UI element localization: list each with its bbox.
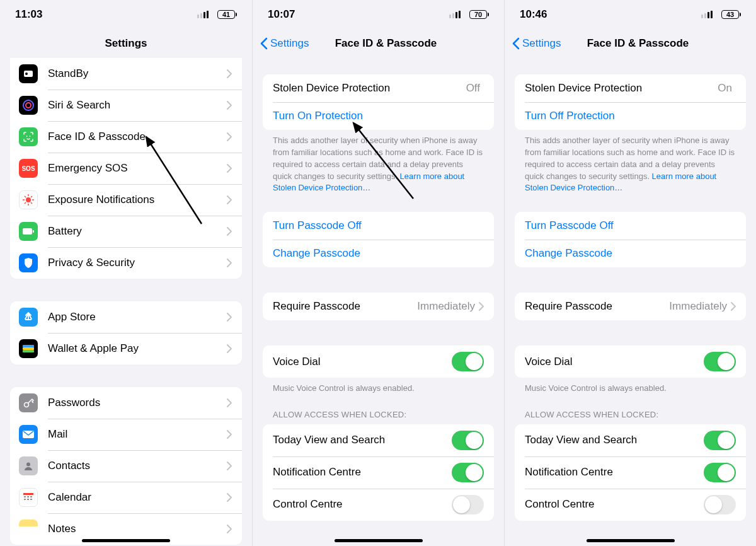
row-today-view[interactable]: Today View and Search — [515, 424, 746, 456]
row-label: Today View and Search — [273, 434, 452, 446]
phone-settings-root: 11:03 41 Settings StandBy Siri & Search — [0, 0, 252, 546]
voice-dial-footer: Music Voice Control is always enabled. — [263, 378, 494, 395]
control-centre-toggle[interactable] — [704, 495, 736, 514]
row-change-passcode[interactable]: Change Passcode — [515, 240, 746, 267]
row-notification-centre[interactable]: Notification Centre — [263, 456, 494, 489]
today-view-toggle[interactable] — [452, 431, 484, 450]
row-label: Passwords — [48, 397, 227, 409]
chevron-icon — [227, 398, 232, 407]
voice-dial-toggle[interactable] — [452, 352, 484, 371]
sdp-value: Off — [466, 82, 480, 95]
row-control-centre[interactable]: Control Centre — [263, 489, 494, 521]
row-mail[interactable]: Mail — [10, 419, 242, 450]
svg-point-6 — [26, 197, 31, 202]
row-voice-dial[interactable]: Voice Dial — [263, 346, 494, 378]
back-button[interactable]: Settings — [512, 37, 561, 50]
row-require-passcode[interactable]: Require Passcode Immediately — [263, 293, 494, 320]
row-standby[interactable]: StandBy — [10, 58, 242, 90]
row-sdp-status[interactable]: Stolen Device Protection On — [515, 74, 746, 102]
svg-point-2 — [23, 100, 33, 110]
chevron-icon — [227, 227, 232, 236]
home-indicator[interactable] — [587, 539, 675, 542]
notes-icon — [19, 520, 38, 538]
row-turn-passcode-off[interactable]: Turn Passcode Off — [515, 212, 746, 240]
row-label: Battery — [48, 225, 227, 238]
row-label: Privacy & Security — [48, 257, 227, 269]
chevron-icon — [227, 430, 232, 439]
row-require-passcode[interactable]: Require Passcode Immediately — [515, 293, 746, 320]
home-indicator[interactable] — [82, 539, 170, 542]
row-exposure-notifications[interactable]: Exposure Notifications — [10, 184, 242, 216]
row-app-store[interactable]: App Store — [10, 301, 242, 333]
row-change-passcode[interactable]: Change Passcode — [263, 240, 494, 267]
row-today-view[interactable]: Today View and Search — [263, 424, 494, 456]
row-label: Turn Passcode Off — [525, 219, 736, 232]
row-faceid-passcode[interactable]: Face ID & Passcode — [10, 121, 242, 153]
allow-access-header: ALLOW ACCESS WHEN LOCKED: — [263, 395, 494, 424]
allow-access-group: Today View and Search Notification Centr… — [515, 424, 746, 521]
row-label: Require Passcode — [525, 300, 669, 313]
chevron-icon — [227, 164, 232, 173]
svg-rect-17 — [23, 345, 34, 347]
passcode-group: Turn Passcode Off Change Passcode — [263, 212, 494, 267]
cell-signal-icon — [197, 11, 209, 18]
svg-line-14 — [25, 202, 26, 204]
row-passwords[interactable]: Passwords — [10, 387, 242, 419]
voice-dial-toggle[interactable] — [704, 352, 736, 371]
back-label: Settings — [522, 37, 561, 50]
require-passcode-group: Require Passcode Immediately — [263, 293, 494, 320]
phone-faceid-off: 10:07 70 Settings Face ID & Passcode Sto… — [252, 0, 504, 546]
sdp-footer: This adds another layer of security when… — [515, 130, 746, 194]
row-calendar[interactable]: Calendar — [10, 482, 242, 513]
row-label: Turn Off Protection — [525, 110, 736, 122]
row-turn-passcode-off[interactable]: Turn Passcode Off — [263, 212, 494, 240]
battery-icon: 70 — [469, 10, 489, 19]
home-indicator[interactable] — [335, 539, 423, 542]
key-icon — [19, 393, 38, 412]
wallet-icon — [19, 339, 38, 358]
row-privacy-security[interactable]: Privacy & Security — [10, 247, 242, 279]
chevron-icon — [479, 302, 484, 311]
control-centre-toggle[interactable] — [452, 495, 484, 514]
chevron-icon — [227, 258, 232, 267]
settings-group-1: StandBy Siri & Search Face ID & Passcode… — [10, 58, 242, 279]
svg-line-12 — [31, 202, 32, 204]
sdp-group: Stolen Device Protection On Turn Off Pro… — [515, 74, 746, 130]
status-time: 10:46 — [520, 8, 547, 21]
row-notification-centre[interactable]: Notification Centre — [515, 456, 746, 489]
voice-dial-footer: Music Voice Control is always enabled. — [515, 378, 746, 395]
battery-icon: 41 — [217, 10, 237, 19]
row-emergency-sos[interactable]: SOS Emergency SOS — [10, 153, 242, 184]
row-label: Face ID & Passcode — [48, 131, 227, 143]
row-wallet-applepay[interactable]: Wallet & Apple Pay — [10, 333, 242, 364]
sdp-group: Stolen Device Protection Off Turn On Pro… — [263, 74, 494, 130]
row-voice-dial[interactable]: Voice Dial — [515, 346, 746, 378]
chevron-icon — [227, 525, 232, 533]
settings-group-3: Passwords Mail Contacts Calendar Notes — [10, 387, 242, 545]
row-label: Calendar — [48, 491, 227, 504]
svg-rect-18 — [23, 347, 34, 350]
row-label: Change Passcode — [273, 247, 484, 260]
require-value: Immediately — [669, 300, 727, 313]
settings-group-2: App Store Wallet & Apple Pay — [10, 301, 242, 364]
chevron-icon — [227, 493, 232, 502]
voice-dial-group: Voice Dial — [515, 346, 746, 378]
row-sdp-status[interactable]: Stolen Device Protection Off — [263, 74, 494, 102]
chevron-icon — [227, 462, 232, 470]
row-sdp-action[interactable]: Turn Off Protection — [515, 102, 746, 130]
battery-icon: 43 — [721, 10, 741, 19]
notification-centre-toggle[interactable] — [704, 463, 736, 482]
row-contacts[interactable]: Contacts — [10, 450, 242, 482]
back-button[interactable]: Settings — [260, 37, 309, 50]
row-sdp-action[interactable]: Turn On Protection — [263, 102, 494, 130]
exposure-icon — [19, 190, 38, 209]
row-control-centre[interactable]: Control Centre — [515, 489, 746, 521]
voice-dial-group: Voice Dial — [263, 346, 494, 378]
row-siri-search[interactable]: Siri & Search — [10, 90, 242, 121]
notification-centre-toggle[interactable] — [452, 463, 484, 482]
row-battery[interactable]: Battery — [10, 216, 242, 247]
today-view-toggle[interactable] — [704, 431, 736, 450]
svg-point-4 — [26, 136, 28, 137]
chevron-icon — [227, 195, 232, 204]
svg-rect-29 — [30, 499, 32, 500]
